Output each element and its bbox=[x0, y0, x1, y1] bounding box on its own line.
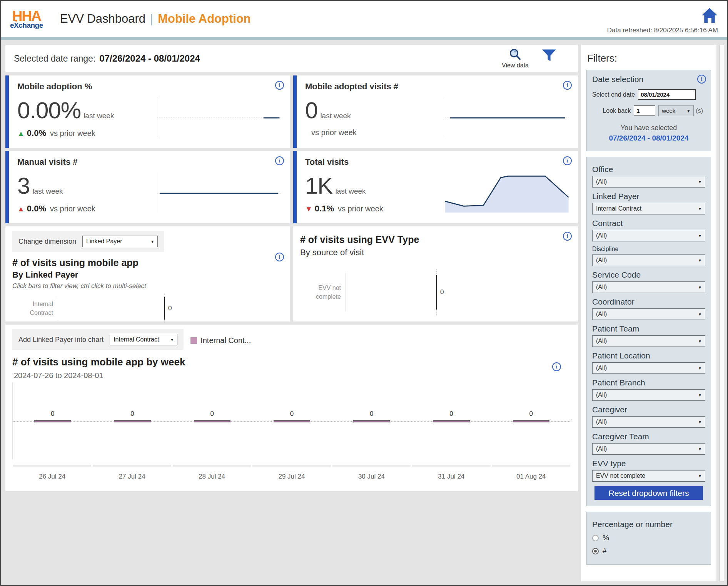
selected-note: You have selected bbox=[592, 124, 705, 132]
filter-label: Caregiver bbox=[592, 405, 705, 414]
chart-hint: Click bars to filter view, ctrl click to… bbox=[12, 282, 283, 290]
patient-team-select[interactable]: (All)▼ bbox=[592, 335, 705, 347]
sparkline bbox=[157, 172, 281, 213]
zero-bar[interactable] bbox=[513, 420, 549, 422]
bar-value-label: 0 bbox=[440, 288, 444, 296]
magnifier-icon bbox=[508, 48, 522, 61]
chevron-down-icon: ▼ bbox=[686, 105, 690, 117]
x-axis-label: 26 Jul 24 bbox=[12, 473, 92, 481]
week-column: 0 bbox=[172, 382, 252, 459]
bar-value-label: 0 bbox=[411, 410, 491, 419]
filter-label: Caregiver Team bbox=[592, 432, 705, 441]
sparkline bbox=[157, 97, 281, 137]
scrollbar[interactable] bbox=[720, 45, 724, 581]
discipline-select[interactable]: (All)▼ bbox=[592, 254, 705, 266]
date-range-value: 07/26/2024 - 08/01/2024 bbox=[99, 53, 200, 64]
kpi-mobile-adoption-pct: Mobile adoption % i 0.00% last week ▲ 0.… bbox=[5, 75, 290, 148]
filters-heading: Filters: bbox=[587, 52, 710, 64]
delta-value: 0.0% bbox=[27, 204, 46, 214]
look-back-label: Look back bbox=[603, 107, 631, 114]
evv-type-select[interactable]: EVV not complete▼ bbox=[592, 470, 705, 482]
chevron-down-icon: ▼ bbox=[698, 417, 702, 428]
service-code-select[interactable]: (All)▼ bbox=[592, 281, 705, 293]
date-range-label: Selected date range: bbox=[14, 54, 95, 64]
axis-cell: 27 Jul 24 bbox=[92, 465, 172, 481]
info-icon[interactable]: i bbox=[275, 81, 284, 90]
home-icon[interactable] bbox=[701, 7, 718, 23]
chevron-down-icon: ▼ bbox=[698, 444, 702, 455]
filter-label: Linked Payer bbox=[592, 192, 705, 201]
week-column: 0 bbox=[411, 382, 491, 459]
metric-toggle-box: Percentage or number %# bbox=[586, 512, 711, 565]
delta-triangle-icon: ▲ bbox=[17, 129, 25, 138]
page-title: EVV Dashboard | Mobile Adoption bbox=[60, 12, 251, 26]
axis-tick-strip bbox=[492, 465, 570, 467]
kpi-value-suffix: last week bbox=[32, 187, 63, 196]
chevron-down-icon: ▼ bbox=[698, 176, 702, 188]
logo-exchange-text: eXchange bbox=[10, 22, 43, 29]
zero-bar[interactable] bbox=[164, 297, 165, 320]
view-data-label: View data bbox=[502, 62, 529, 69]
radio-option-number[interactable]: # bbox=[592, 547, 705, 555]
zero-bar[interactable] bbox=[34, 420, 71, 422]
kpi-title: Mobile adopted visits # bbox=[305, 82, 569, 92]
end-date-input[interactable] bbox=[638, 89, 696, 100]
caregiver-select[interactable]: (All)▼ bbox=[592, 416, 705, 428]
contract-select[interactable]: (All)▼ bbox=[592, 230, 705, 241]
look-back-input[interactable] bbox=[634, 105, 655, 116]
look-back-unit-select[interactable]: week ▼ bbox=[658, 105, 694, 116]
caregiver-team-select[interactable]: (All)▼ bbox=[592, 443, 705, 455]
info-icon[interactable]: i bbox=[275, 253, 284, 261]
delta-suffix: vs prior week bbox=[50, 129, 95, 138]
info-icon[interactable]: i bbox=[563, 156, 572, 165]
payer-select[interactable]: Internal Contract ▼ bbox=[110, 334, 177, 345]
coordinator-select[interactable]: (All)▼ bbox=[592, 308, 705, 320]
week-column: 0 bbox=[491, 382, 571, 459]
zero-bar[interactable] bbox=[114, 420, 150, 422]
x-axis-label: 01 Aug 24 bbox=[491, 473, 571, 481]
axis-cell: 01 Aug 24 bbox=[491, 465, 571, 481]
filter-label: Discipline bbox=[592, 246, 705, 253]
radio-icon bbox=[592, 548, 599, 554]
bar-value-label: 0 bbox=[13, 410, 92, 419]
bar-value-label: 0 bbox=[252, 410, 332, 419]
info-icon[interactable]: i bbox=[563, 81, 572, 90]
delta-suffix: vs prior week bbox=[338, 204, 383, 213]
kpi-value: 1K bbox=[305, 172, 332, 199]
week-column: 0 bbox=[13, 382, 92, 459]
info-icon[interactable]: i bbox=[563, 232, 572, 241]
zero-bar[interactable] bbox=[436, 275, 437, 310]
patient-location-select[interactable]: (All)▼ bbox=[592, 362, 705, 374]
chevron-down-icon: ▼ bbox=[698, 336, 702, 347]
reset-dropdown-filters-button[interactable]: Reset dropdown filters bbox=[594, 486, 703, 500]
zero-bar[interactable] bbox=[194, 420, 230, 422]
filter-funnel-icon[interactable] bbox=[542, 49, 556, 63]
filter-label: Service Code bbox=[592, 270, 705, 280]
filter-caregiver-team: Caregiver Team(All)▼ bbox=[592, 432, 705, 455]
week-column: 0 bbox=[92, 382, 172, 459]
info-icon[interactable]: i bbox=[552, 362, 561, 371]
zero-bar[interactable] bbox=[274, 420, 310, 422]
office-select[interactable]: (All)▼ bbox=[592, 176, 705, 188]
bar-plot: 0 bbox=[346, 273, 571, 311]
info-icon[interactable]: i bbox=[697, 75, 706, 84]
kpi-total-visits: Total visits i 1K last week ▼ 0.1% vs pr… bbox=[293, 151, 578, 223]
view-data-button[interactable]: View data bbox=[502, 48, 529, 69]
zero-bar[interactable] bbox=[433, 420, 469, 422]
axis-tick-strip bbox=[173, 465, 251, 467]
unit-suffix: (s) bbox=[696, 107, 703, 114]
axis-cell: 29 Jul 24 bbox=[252, 465, 331, 481]
delta-value: 0.0% bbox=[27, 128, 46, 138]
chart-subtitle: By Linked Payer bbox=[12, 270, 283, 280]
patient-branch-select[interactable]: (All)▼ bbox=[592, 389, 705, 401]
filter-label: Patient Team bbox=[592, 324, 705, 333]
kpi-value: 0.00% bbox=[17, 97, 81, 124]
linked-payer-select[interactable]: Internal Contract▼ bbox=[592, 203, 705, 214]
week-column: 0 bbox=[252, 382, 332, 459]
chevron-down-icon: ▼ bbox=[698, 470, 702, 482]
dimension-select[interactable]: Linked Payer ▼ bbox=[82, 236, 158, 247]
chart-subtitle: 2024-07-26 to 2024-08-01 bbox=[14, 371, 571, 380]
zero-bar[interactable] bbox=[353, 420, 390, 422]
info-icon[interactable]: i bbox=[275, 156, 284, 165]
radio-option-percent[interactable]: % bbox=[592, 534, 705, 542]
